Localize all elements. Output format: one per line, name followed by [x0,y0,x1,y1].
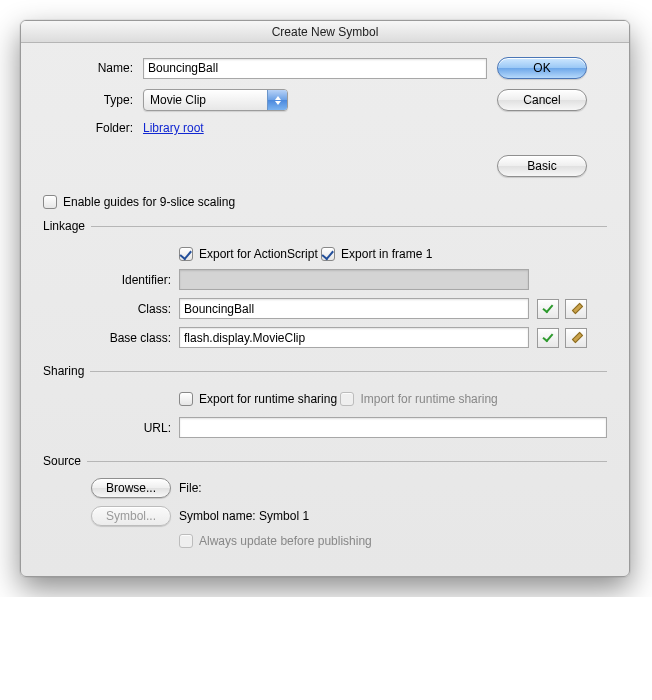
export-actionscript-label: Export for ActionScript [199,247,318,261]
check-icon [542,301,553,313]
export-runtime-label: Export for runtime sharing [199,392,337,406]
type-select-value: Movie Clip [144,93,267,107]
dropdown-arrows-icon [267,90,287,110]
linkage-group: Linkage Export for ActionScript Export i… [43,219,607,354]
sharing-heading: Sharing [43,364,84,378]
export-runtime-checkbox[interactable] [179,392,193,406]
class-validate-button[interactable] [537,299,559,319]
symbol-name-value: Symbol name: Symbol 1 [179,509,607,523]
linkage-heading: Linkage [43,219,85,233]
baseclass-validate-button[interactable] [537,328,559,348]
type-label: Type: [43,93,133,107]
ok-button[interactable]: OK [497,57,587,79]
nine-slice-label: Enable guides for 9-slice scaling [63,195,235,209]
baseclass-field[interactable] [179,327,529,348]
source-heading: Source [43,454,81,468]
folder-label: Folder: [43,121,133,135]
dialog-window: Create New Symbol Name: OK Type: Movie C… [20,20,630,577]
pencil-icon [571,332,582,343]
import-runtime-checkbox [340,392,354,406]
sharing-group: Sharing Export for runtime sharing Impor… [43,364,607,444]
identifier-field [179,269,529,290]
baseclass-edit-button[interactable] [565,328,587,348]
baseclass-label: Base class: [43,331,171,345]
dialog-content: Name: OK Type: Movie Clip Cancel Folder:… [21,43,629,576]
export-frame1-checkbox[interactable] [321,247,335,261]
url-field[interactable] [179,417,607,438]
source-group: Source Browse... File: Symbol... Symbol … [43,454,607,554]
symbol-button: Symbol... [91,506,171,526]
titlebar: Create New Symbol [21,21,629,43]
file-label: File: [179,481,202,495]
url-label: URL: [43,421,171,435]
name-field[interactable] [143,58,487,79]
class-label: Class: [43,302,171,316]
name-label: Name: [43,61,133,75]
nine-slice-checkbox[interactable] [43,195,57,209]
basic-button[interactable]: Basic [497,155,587,177]
always-update-checkbox [179,534,193,548]
window-title: Create New Symbol [272,25,379,39]
identifier-label: Identifier: [43,273,171,287]
check-icon [542,330,553,342]
export-actionscript-checkbox[interactable] [179,247,193,261]
import-runtime-label: Import for runtime sharing [360,392,497,406]
browse-button[interactable]: Browse... [91,478,171,498]
class-field[interactable] [179,298,529,319]
class-edit-button[interactable] [565,299,587,319]
cancel-button[interactable]: Cancel [497,89,587,111]
always-update-label: Always update before publishing [199,534,372,548]
type-select[interactable]: Movie Clip [143,89,288,111]
export-frame1-label: Export in frame 1 [341,247,432,261]
pencil-icon [571,303,582,314]
folder-link[interactable]: Library root [143,121,204,135]
